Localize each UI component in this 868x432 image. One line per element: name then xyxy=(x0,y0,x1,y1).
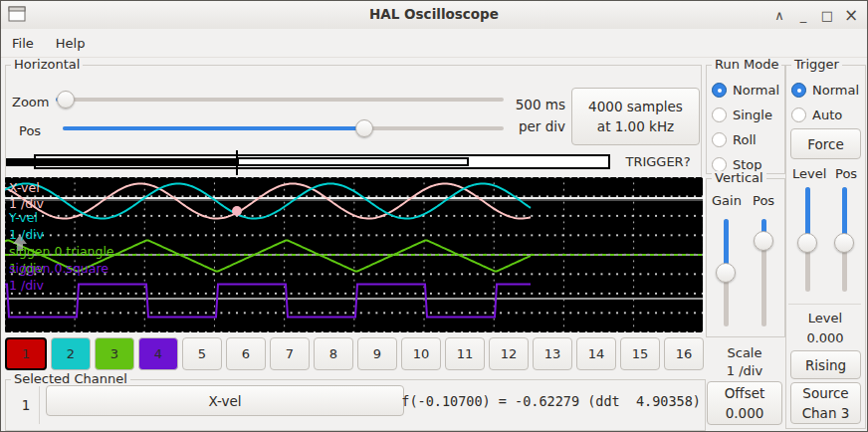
trigger-group: Trigger Normal Auto Force Level Pos Leve… xyxy=(785,65,866,429)
time-per-div-value: 500 ms xyxy=(504,94,565,115)
channel-scale-label: 1 /div xyxy=(9,228,44,241)
run-mode-option-single[interactable]: Single xyxy=(712,107,772,123)
menu-help[interactable]: Help xyxy=(45,33,97,54)
slider-handle[interactable] xyxy=(754,231,773,251)
force-label: Force xyxy=(807,134,844,154)
window-title: HAL Oscilloscope xyxy=(1,6,867,22)
vertical-group: Vertical Gain Pos xyxy=(706,178,785,337)
trigger-status-label: TRIGGER? xyxy=(614,154,702,169)
menu-file[interactable]: File xyxy=(1,33,45,54)
radio-label: Single xyxy=(733,108,772,122)
trigger-pos-label: Pos xyxy=(835,166,857,181)
channel-button-4[interactable]: 4 xyxy=(138,337,178,370)
edge-label: Rising xyxy=(805,355,846,375)
trigger-source-button[interactable]: Source Chan 3 xyxy=(790,382,861,424)
radio-label: Auto xyxy=(812,108,842,122)
run-mode-title: Run Mode xyxy=(712,58,781,72)
trigger-level-label: Level xyxy=(792,166,826,181)
horizontal-pos-slider[interactable] xyxy=(63,119,504,137)
channel-button-11[interactable]: 11 xyxy=(445,337,485,370)
channel-button-2[interactable]: 2 xyxy=(51,337,91,370)
channel-button-8[interactable]: 8 xyxy=(314,337,353,370)
offset-button[interactable]: Offset 0.000 xyxy=(707,381,782,425)
run-mode-group: Run Mode Normal Single Roll Stop xyxy=(706,65,785,174)
trigger-edge-button[interactable]: Rising xyxy=(790,350,861,379)
trigger-level-slider[interactable] xyxy=(797,187,817,292)
vertical-gain-slider[interactable] xyxy=(716,219,736,326)
channel-name-label: X-vel xyxy=(208,391,241,411)
time-per-div-units: per div xyxy=(504,115,565,137)
channel-button-9[interactable]: 9 xyxy=(357,337,397,370)
slider-handle[interactable] xyxy=(57,91,75,108)
trigger-pos-slider[interactable] xyxy=(834,187,854,292)
channel-row: 12345678910111213141516 xyxy=(5,337,704,370)
sample-rate-button[interactable]: 4000 samples at 1.00 kHz xyxy=(571,88,700,145)
record-trigger-mark xyxy=(236,150,238,175)
slider-handle[interactable] xyxy=(797,233,817,253)
run-mode-option-roll[interactable]: Roll xyxy=(712,131,757,148)
radio-icon[interactable] xyxy=(712,108,727,122)
titlebar[interactable]: HAL Oscilloscope ∧ _ □ × xyxy=(1,1,867,30)
vertical-pos-slider[interactable] xyxy=(754,219,773,326)
sample-count-label: 4000 samples xyxy=(588,97,683,116)
slider-track[interactable] xyxy=(56,98,504,102)
channel-button-10[interactable]: 10 xyxy=(401,337,441,370)
scale-caption: Scale xyxy=(706,345,783,360)
trigger-option-normal[interactable]: Normal xyxy=(791,82,859,99)
trigger-level-caption: Level xyxy=(786,311,864,325)
window-controls: ∧ _ □ × xyxy=(767,1,863,29)
menubar: File Help xyxy=(1,29,867,58)
horizontal-zoom-slider[interactable] xyxy=(56,91,504,108)
channel-button-7[interactable]: 7 xyxy=(270,337,310,370)
channel-name-button[interactable]: X-vel xyxy=(46,385,404,416)
separator xyxy=(788,304,861,305)
force-button[interactable]: Force xyxy=(790,128,861,159)
slider-handle[interactable] xyxy=(834,233,854,253)
channel-label: X-vel xyxy=(9,181,40,194)
scope-display[interactable]: X-vel1 /divY-vel1 /divsiggen.0.triangle1… xyxy=(5,177,705,332)
source-label: Source xyxy=(802,383,848,403)
channel-label: Y-vel xyxy=(9,211,38,224)
pos-slider-label: Pos xyxy=(19,123,41,138)
cursor-dot xyxy=(232,206,242,216)
close-icon[interactable]: × xyxy=(839,3,863,27)
channel-button-16[interactable]: 16 xyxy=(664,337,704,370)
channel-button-3[interactable]: 3 xyxy=(95,337,134,370)
cursor-readout: f(-0.10700) = -0.62279 (ddt 4.90358) xyxy=(401,393,701,409)
horizontal-group-title: Horizontal xyxy=(11,58,83,72)
source-value: Chan 3 xyxy=(802,403,850,423)
channel-button-13[interactable]: 13 xyxy=(533,337,572,370)
offset-label: Offset xyxy=(725,383,765,403)
channel-button-12[interactable]: 12 xyxy=(489,337,529,370)
channel-button-6[interactable]: 6 xyxy=(226,337,266,370)
radio-icon[interactable] xyxy=(791,108,806,122)
selected-channel-group: Selected Channel 1 X-vel f(-0.10700) = -… xyxy=(5,379,706,431)
channel-label: siggen.0.square xyxy=(9,262,108,275)
maximize-icon[interactable]: □ xyxy=(815,3,839,27)
channel-button-1[interactable]: 1 xyxy=(5,337,47,370)
radio-icon[interactable] xyxy=(712,132,727,147)
radio-icon[interactable] xyxy=(791,83,806,98)
slider-handle[interactable] xyxy=(716,263,736,283)
separator xyxy=(39,386,40,424)
channel-button-14[interactable]: 14 xyxy=(576,337,616,370)
selected-channel-title: Selected Channel xyxy=(11,372,130,386)
shade-icon[interactable]: ∧ xyxy=(767,3,791,27)
channel-scale-label: 1 /div xyxy=(9,279,44,292)
run-mode-option-normal[interactable]: Normal xyxy=(712,82,779,99)
channel-button-5[interactable]: 5 xyxy=(182,337,222,370)
offset-value: 0.000 xyxy=(726,403,764,423)
minimize-icon[interactable]: _ xyxy=(791,3,815,27)
gain-label: Gain xyxy=(712,193,742,208)
scale-value: 1 /div xyxy=(706,363,783,378)
channel-label: siggen.0.triangle xyxy=(9,245,114,258)
slider-fill xyxy=(63,126,364,130)
channel-button-15[interactable]: 15 xyxy=(620,337,660,370)
slider-handle[interactable] xyxy=(355,119,373,137)
time-per-div-readout: 500 ms per div xyxy=(504,94,565,137)
trigger-level-value: 0.000 xyxy=(786,330,864,345)
channel-scale-label: 1 /div xyxy=(9,197,44,210)
trigger-option-auto[interactable]: Auto xyxy=(791,107,842,123)
radio-icon[interactable] xyxy=(712,83,727,98)
vertical-pos-label: Pos xyxy=(753,193,774,208)
